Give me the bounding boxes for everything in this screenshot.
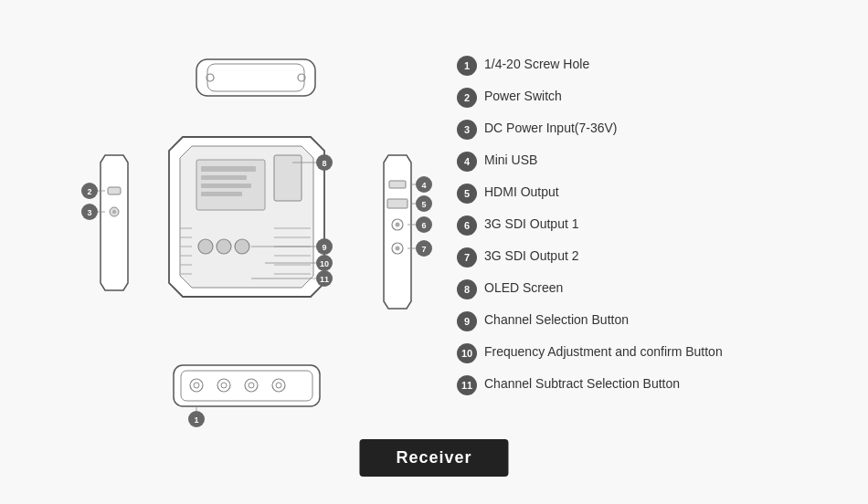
svg-text:3: 3 — [87, 208, 91, 217]
svg-point-12 — [235, 239, 249, 254]
svg-point-10 — [198, 239, 213, 254]
legend-number: 8 — [457, 279, 477, 299]
legend-text: HDMI Output — [484, 183, 559, 202]
legend-item: 4 Mini USB — [457, 151, 841, 172]
svg-rect-9 — [274, 155, 302, 201]
legend-area: 1 1/4-20 Screw Hole 2 Power Switch 3 DC … — [457, 55, 841, 406]
svg-text:10: 10 — [320, 259, 329, 268]
svg-text:7: 7 — [421, 245, 426, 254]
svg-rect-8 — [201, 192, 242, 196]
legend-item: 6 3G SDI Output 1 — [457, 215, 841, 236]
legend-item: 1 1/4-20 Screw Hole — [457, 55, 841, 76]
svg-point-51 — [396, 247, 400, 251]
legend-text: 3G SDI Output 1 — [484, 215, 579, 234]
svg-rect-64 — [174, 365, 320, 406]
legend-item: 10 Frequency Adjustment and confirm Butt… — [457, 342, 841, 363]
legend-item: 3 DC Power Input(7-36V) — [457, 119, 841, 140]
svg-point-39 — [112, 210, 116, 214]
legend-number: 10 — [457, 343, 477, 363]
svg-point-11 — [217, 239, 231, 254]
diagram-area: 8 9 10 11 — [55, 27, 475, 475]
svg-text:4: 4 — [421, 181, 426, 190]
main-container: 8 9 10 11 — [0, 0, 868, 504]
legend-text: Channel Selection Button — [484, 310, 629, 330]
svg-text:9: 9 — [322, 243, 326, 252]
legend-number: 3 — [457, 120, 477, 140]
legend-number: 4 — [457, 152, 477, 172]
svg-text:1: 1 — [194, 415, 198, 425]
legend-number: 7 — [457, 247, 477, 268]
svg-text:2: 2 — [87, 187, 91, 196]
svg-rect-7 — [201, 184, 251, 188]
legend-item: 8 OLED Screen — [457, 278, 841, 299]
legend-text: OLED Screen — [484, 278, 563, 298]
legend-item: 11 Channel Subtract Selection Button — [457, 374, 841, 395]
svg-point-49 — [396, 223, 400, 227]
svg-text:11: 11 — [320, 275, 329, 284]
legend-number: 9 — [457, 311, 477, 331]
legend-number: 2 — [457, 88, 477, 108]
legend-text: Mini USB — [484, 151, 537, 170]
legend-text: 1/4-20 Screw Hole — [484, 55, 589, 74]
legend-text: Frequency Adjustment and confirm Button — [484, 342, 723, 362]
svg-rect-37 — [108, 187, 121, 194]
svg-rect-47 — [387, 199, 408, 208]
svg-rect-6 — [201, 175, 247, 180]
legend-item: 7 3G SDI Output 2 — [457, 247, 841, 268]
legend-item: 2 Power Switch — [457, 87, 841, 108]
legend-number: 1 — [457, 56, 477, 76]
svg-text:8: 8 — [322, 159, 326, 168]
legend-number: 6 — [457, 215, 477, 236]
device-diagram: 8 9 10 11 — [55, 27, 475, 447]
legend-text: DC Power Input(7-36V) — [484, 119, 618, 138]
legend-item: 5 HDMI Output — [457, 183, 841, 204]
svg-rect-5 — [201, 166, 256, 172]
legend-text: Power Switch — [484, 87, 562, 106]
receiver-label: Receiver — [359, 439, 508, 477]
legend-item: 9 Channel Selection Button — [457, 310, 841, 331]
legend-number: 11 — [457, 375, 477, 395]
svg-text:6: 6 — [421, 221, 426, 230]
legend-text: Channel Subtract Selection Button — [484, 374, 680, 394]
svg-text:5: 5 — [421, 200, 426, 209]
svg-rect-46 — [389, 181, 406, 188]
legend-text: 3G SDI Output 2 — [484, 247, 579, 266]
legend-number: 5 — [457, 184, 477, 204]
